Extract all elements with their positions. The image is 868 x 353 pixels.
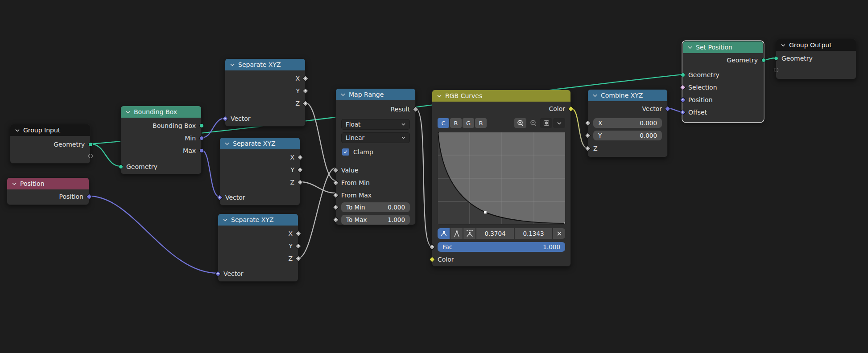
node-title: Set Position	[696, 44, 732, 51]
socket-label-max: Max	[183, 147, 196, 154]
socket-label-z: Z	[593, 145, 598, 152]
socket-virtual-input[interactable]	[774, 68, 778, 72]
to-max-field[interactable]: To Max 1.000	[341, 215, 410, 225]
node-title: RGB Curves	[445, 92, 482, 99]
socket-geometry-input[interactable]	[119, 164, 123, 169]
handle-auto-clamped-button[interactable]	[463, 228, 475, 239]
node-header[interactable]: Separate XYZ	[218, 214, 298, 226]
clamp-checkbox[interactable]: ✓	[342, 148, 349, 156]
clipping-options-icon[interactable]	[540, 118, 552, 128]
handle-auto-button[interactable]	[438, 228, 450, 239]
collapse-chevron-icon[interactable]	[781, 44, 785, 47]
channel-button-g[interactable]: G	[463, 118, 474, 128]
to-min-field[interactable]: To Min 0.000	[341, 202, 410, 212]
zoom-in-icon[interactable]	[514, 118, 526, 128]
node-header[interactable]: Combine XYZ	[588, 90, 667, 101]
node-header[interactable]: Map Range	[336, 89, 415, 100]
zoom-out-icon[interactable]	[527, 118, 539, 128]
field-label: X	[598, 119, 602, 127]
channel-button-c[interactable]: C	[438, 118, 449, 128]
socket-label-from-max: From Max	[341, 192, 372, 199]
curve-editor[interactable]	[438, 132, 565, 225]
chevron-down-icon	[401, 136, 405, 139]
handle-vector-button[interactable]	[451, 228, 463, 239]
socket-max-output[interactable]	[199, 148, 204, 153]
collapse-chevron-icon[interactable]	[223, 218, 227, 222]
channel-button-b[interactable]: B	[475, 118, 487, 128]
socket-label-geometry: Geometry	[126, 163, 157, 170]
socket-min-output[interactable]	[199, 136, 204, 140]
socket-label-x: X	[290, 154, 294, 161]
socket-label-geometry: Geometry	[781, 55, 813, 62]
node-group-output[interactable]: Group Output Geometry	[776, 39, 856, 79]
node-header[interactable]: Bounding Box	[121, 106, 201, 118]
fac-label: Fac	[442, 243, 452, 250]
dropdown-value: Linear	[346, 134, 364, 141]
socket-geometry-input[interactable]	[681, 73, 685, 77]
field-label: Y	[598, 132, 602, 139]
node-rgb-curves[interactable]: RGB Curves Color C R G B	[432, 90, 571, 267]
field-label: To Max	[346, 216, 367, 223]
socket-geometry-input[interactable]	[774, 56, 778, 61]
collapse-chevron-icon[interactable]	[126, 111, 130, 114]
channel-button-r[interactable]: R	[450, 118, 462, 128]
y-field[interactable]: Y 0.000	[593, 131, 662, 140]
collapse-chevron-icon[interactable]	[437, 94, 442, 98]
field-value: 0.000	[640, 132, 657, 139]
field-value: 0.000	[388, 204, 405, 211]
node-header[interactable]: Separate XYZ	[225, 59, 305, 70]
node-separate-xyz-3[interactable]: Separate XYZ X Y Z Vector	[218, 213, 298, 282]
node-header[interactable]: Position	[7, 178, 89, 189]
interpolation-dropdown[interactable]: Linear	[341, 132, 410, 143]
x-field[interactable]: X 0.000	[593, 118, 662, 128]
chevron-down-icon	[401, 123, 405, 126]
data-type-dropdown[interactable]: Float	[341, 119, 410, 130]
node-header[interactable]: Set Position	[683, 41, 763, 53]
node-header[interactable]: RGB Curves	[432, 90, 570, 102]
socket-label-y: Y	[289, 242, 293, 250]
point-y-field[interactable]: 0.1343	[515, 228, 552, 239]
node-bounding-box[interactable]: Bounding Box Bounding Box Min Max Geomet…	[120, 106, 202, 174]
node-map-range[interactable]: Map Range Result Float Linear ✓ Clamp Va…	[335, 88, 416, 225]
node-position[interactable]: Position Position	[7, 177, 89, 205]
socket-geometry-output[interactable]	[761, 58, 766, 62]
collapse-chevron-icon[interactable]	[12, 182, 17, 185]
socket-label-position: Position	[688, 96, 713, 103]
fac-slider[interactable]: Fac 1.000	[438, 242, 565, 252]
collapse-chevron-icon[interactable]	[225, 142, 229, 145]
socket-label-y: Y	[290, 166, 294, 173]
node-separate-xyz-2[interactable]: Separate XYZ X Y Z Vector	[219, 137, 300, 205]
node-header[interactable]: Separate XYZ	[220, 138, 300, 149]
socket-label-vector: Vector	[231, 115, 251, 122]
socket-label-min: Min	[185, 135, 196, 142]
node-combine-xyz[interactable]: Combine XYZ Vector X 0.000 Y 0.000 Z	[587, 89, 668, 157]
socket-bbox-output[interactable]	[199, 123, 204, 128]
dropdown-value: Float	[346, 121, 360, 128]
node-editor-canvas[interactable]: Group Input Geometry Position Position B…	[0, 0, 868, 353]
field-value: 0.000	[640, 119, 657, 127]
collapse-chevron-icon[interactable]	[341, 93, 345, 96]
point-x-field[interactable]: 0.3704	[476, 228, 514, 239]
socket-label-result: Result	[391, 106, 410, 113]
collapse-chevron-icon[interactable]	[593, 94, 597, 97]
collapse-chevron-icon[interactable]	[230, 63, 235, 66]
collapse-chevron-icon[interactable]	[15, 129, 20, 132]
collapse-chevron-icon[interactable]	[688, 46, 692, 49]
fac-value: 1.000	[543, 243, 560, 250]
socket-geometry-output[interactable]	[88, 142, 93, 147]
tools-dropdown-chevron-icon[interactable]	[553, 118, 565, 128]
field-value: 1.000	[388, 216, 405, 223]
node-group-input[interactable]: Group Input Geometry	[10, 124, 91, 164]
node-header[interactable]: Group Output	[776, 39, 856, 51]
delete-point-button[interactable]	[553, 228, 565, 239]
node-separate-xyz-1[interactable]: Separate XYZ X Y Z Vector	[225, 58, 306, 127]
curve-end-point	[565, 222, 566, 225]
node-set-position[interactable]: Set Position Geometry Geometry Selection…	[682, 41, 764, 122]
socket-virtual-output[interactable]	[88, 154, 93, 158]
field-label: To Min	[346, 204, 365, 211]
socket-label-color-in: Color	[438, 256, 454, 263]
node-title: Separate XYZ	[231, 216, 274, 223]
socket-label-z: Z	[290, 179, 294, 186]
node-header[interactable]: Group Input	[10, 124, 90, 136]
node-title: Group Input	[23, 127, 60, 134]
